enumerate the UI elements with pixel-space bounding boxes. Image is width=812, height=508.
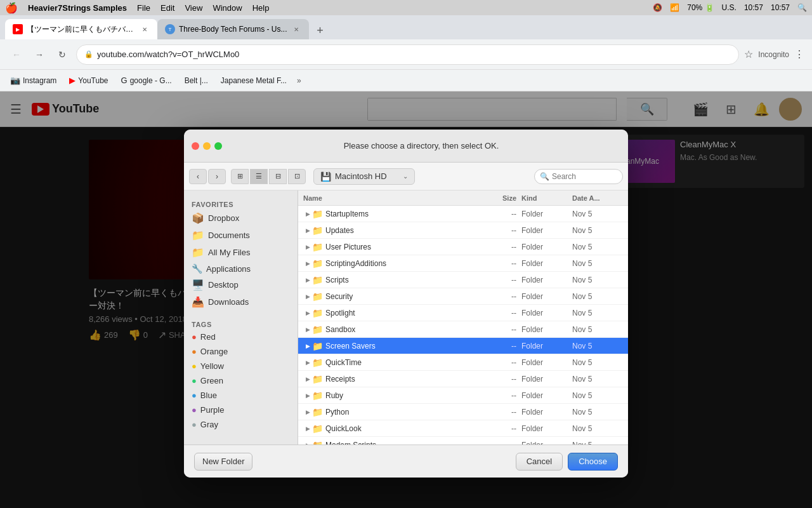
table-row[interactable]: ▶ 📁 User Pictures -- Folder Nov 5 xyxy=(298,239,628,255)
nav-forward-button[interactable]: › xyxy=(208,169,226,184)
back-button[interactable]: ← xyxy=(8,46,25,64)
icon-view-button[interactable]: ⊞ xyxy=(231,169,249,184)
blue-tag-label: Blue xyxy=(200,391,217,400)
bookmark-youtube-label: YouTube xyxy=(78,76,108,85)
help-menu[interactable]: Help xyxy=(252,3,270,13)
browser-menu-button[interactable]: ⋮ xyxy=(794,48,804,60)
column-view-button[interactable]: ⊟ xyxy=(269,169,287,184)
table-row[interactable]: ▶ 📁 Sandbox -- Folder Nov 5 xyxy=(298,321,628,338)
bookmark-star-button[interactable]: ☆ xyxy=(744,48,753,60)
table-row[interactable]: ▶ 📁 Python -- Folder Nov 5 xyxy=(298,404,628,420)
choose-button[interactable]: Choose xyxy=(568,453,618,471)
table-row[interactable]: ▶ 📁 QuickLook -- Folder Nov 5 xyxy=(298,420,628,437)
dialog-footer: New Folder Cancel Choose xyxy=(184,444,628,478)
file-list-area[interactable]: Name Size Kind Date A... ▶ 📁 StartupItem… xyxy=(298,190,628,444)
file-date: Nov 5 xyxy=(572,243,623,251)
forward-button[interactable]: → xyxy=(30,46,48,64)
bookmark-google[interactable]: G google - G... xyxy=(116,73,177,88)
gallery-view-button[interactable]: ⊡ xyxy=(288,169,306,184)
view-menu[interactable]: View xyxy=(185,3,202,13)
tab-forum[interactable]: T Three-Body Tech Forums - Us... ✕ xyxy=(157,19,309,39)
gray-tag-label: Gray xyxy=(200,420,218,429)
apple-menu-icon[interactable]: 🍎 xyxy=(5,2,18,14)
table-row[interactable]: ▶ 📁 Updates -- Folder Nov 5 xyxy=(298,222,628,239)
sidebar-item-dropbox[interactable]: 📦 Dropbox xyxy=(184,210,298,227)
sidebar-item-applications[interactable]: 🔧 Applications xyxy=(184,261,298,276)
menubar-search-icon[interactable]: 🔍 xyxy=(797,3,807,12)
bookmark-youtube[interactable]: ▶ YouTube xyxy=(64,73,113,88)
file-name: ScriptingAdditions xyxy=(325,259,483,268)
table-row[interactable]: ▶ 📁 Security -- Folder Nov 5 xyxy=(298,288,628,305)
table-row[interactable]: ▶ 📁 Screen Savers -- Folder Nov 5 xyxy=(298,338,628,354)
green-tag-label: Green xyxy=(200,376,223,385)
more-bookmarks[interactable]: » xyxy=(297,76,301,85)
column-size[interactable]: Size xyxy=(483,194,521,202)
tab-add-button[interactable]: + xyxy=(311,22,329,39)
documents-icon: 📁 xyxy=(192,229,204,241)
dialog-toolbar: ‹ › ⊞ ☰ ⊟ ⊡ 💾 Macintosh HD ⌄ xyxy=(184,163,628,190)
favorites-label: Favorites xyxy=(184,198,298,210)
file-date: Nov 5 xyxy=(572,292,623,301)
file-kind: Folder xyxy=(521,259,572,268)
sidebar-item-desktop[interactable]: 🖥️ Desktop xyxy=(184,276,298,293)
new-folder-button[interactable]: New Folder xyxy=(194,453,252,471)
table-row[interactable]: ▶ 📁 Scripts -- Folder Nov 5 xyxy=(298,272,628,288)
sidebar-tag-orange[interactable]: ● Orange xyxy=(184,344,298,359)
bookmark-google-label: google - G... xyxy=(130,76,172,85)
tab-youtube[interactable]: ▶ 【ツーマン前に早くもバチバチ!... ✕ xyxy=(5,19,157,39)
sidebar-tag-gray[interactable]: ● Gray xyxy=(184,417,298,432)
nav-back-button[interactable]: ‹ xyxy=(189,169,207,184)
menubar-notification-icon[interactable]: 🔕 xyxy=(653,3,662,12)
file-menu[interactable]: File xyxy=(137,3,150,13)
column-kind[interactable]: Kind xyxy=(521,194,572,202)
table-row[interactable]: ▶ 📁 QuickTime -- Folder Nov 5 xyxy=(298,354,628,371)
window-menu[interactable]: Window xyxy=(213,3,242,13)
file-name: Screen Savers xyxy=(325,342,483,351)
table-row[interactable]: ▶ 📁 ScriptingAdditions -- Folder Nov 5 xyxy=(298,255,628,272)
sidebar-tag-green[interactable]: ● Green xyxy=(184,373,298,388)
tab-close-forum[interactable]: ✕ xyxy=(291,24,301,34)
menubar-wifi-icon[interactable]: 📶 xyxy=(670,3,679,12)
refresh-button[interactable]: ↻ xyxy=(53,46,71,64)
tab-favicon-forum: T xyxy=(165,24,175,34)
column-name[interactable]: Name xyxy=(303,194,483,202)
cancel-button[interactable]: Cancel xyxy=(516,453,563,471)
file-chooser-dialog: Please choose a directory, then select O… xyxy=(184,130,628,478)
column-date[interactable]: Date A... xyxy=(572,194,623,202)
orange-tag-icon: ● xyxy=(192,347,197,356)
sidebar-tag-blue[interactable]: ● Blue xyxy=(184,388,298,403)
table-row[interactable]: ▶ 📁 Ruby -- Folder Nov 5 xyxy=(298,387,628,404)
location-selector[interactable]: 💾 Macintosh HD ⌄ xyxy=(313,168,415,185)
edit-menu[interactable]: Edit xyxy=(160,3,174,13)
app-name[interactable]: Heavier7Strings Samples xyxy=(28,3,127,13)
bookmark-belt[interactable]: Belt |... xyxy=(180,74,213,88)
table-row[interactable]: ▶ 📁 Receipts -- Folder Nov 5 xyxy=(298,371,628,387)
sidebar-tag-red[interactable]: ● Red xyxy=(184,330,298,344)
table-row[interactable]: ▶ 📁 Modem Scripts -- Folder Nov 5 xyxy=(298,437,628,444)
menubar-clock: 10:57 xyxy=(744,3,763,12)
url-bar[interactable]: 🔒 youtube.com/watch?v=OT_hrWCLMo0 xyxy=(76,44,739,65)
minimize-button[interactable] xyxy=(203,142,211,150)
dropbox-icon: 📦 xyxy=(192,212,204,224)
dialog-search-input[interactable] xyxy=(552,172,615,181)
sidebar-tag-yellow[interactable]: ● Yellow xyxy=(184,359,298,373)
menubar-user[interactable]: 10:57 xyxy=(771,3,790,12)
sidebar-tag-purple[interactable]: ● Purple xyxy=(184,403,298,417)
folder-icon: 📁 xyxy=(312,324,323,335)
tab-close-youtube[interactable]: ✕ xyxy=(140,24,150,34)
close-button[interactable] xyxy=(192,142,199,150)
bookmarks-bar: 📷 Instagram ▶ YouTube G google - G... Be… xyxy=(0,70,812,91)
list-view-button[interactable]: ☰ xyxy=(250,169,268,184)
maximize-button[interactable] xyxy=(214,142,222,150)
dialog-search-box[interactable]: 🔍 xyxy=(534,169,623,184)
bookmark-instagram[interactable]: 📷 Instagram xyxy=(5,73,62,88)
table-row[interactable]: ▶ 📁 Spotlight -- Folder Nov 5 xyxy=(298,305,628,321)
table-row[interactable]: ▶ 📁 StartupItems -- Folder Nov 5 xyxy=(298,206,628,222)
sidebar-item-documents[interactable]: 📁 Documents xyxy=(184,227,298,244)
menubar-battery[interactable]: 70% 🔋 xyxy=(687,3,714,12)
bookmark-japanese-metal[interactable]: Japanese Metal F... xyxy=(216,74,292,88)
sidebar-item-all-my-files[interactable]: 📁 All My Files xyxy=(184,244,298,261)
sidebar-item-downloads[interactable]: 📥 Downloads xyxy=(184,293,298,311)
file-date: Nov 5 xyxy=(572,226,623,235)
file-name: Python xyxy=(325,408,483,417)
